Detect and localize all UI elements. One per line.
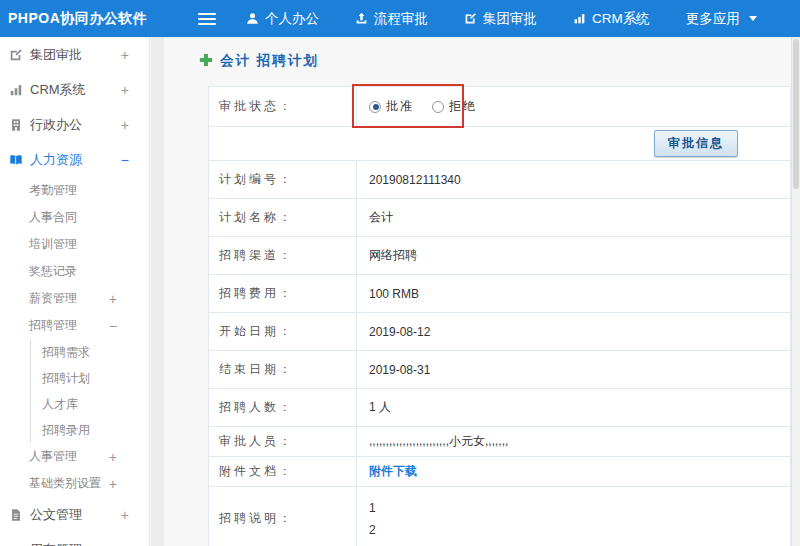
row-approval-status: 审批状态： 批准 拒绝	[209, 87, 790, 127]
sidebar-item-crm[interactable]: CRM系统 +	[0, 72, 149, 107]
sidebar-item-training[interactable]: 培训管理	[0, 231, 149, 258]
sidebar-item-vehicle[interactable]: 用车管理 +	[0, 532, 149, 546]
topbar: PHPOA协同办公软件 个人办公 流程审批 集团审批 CRM系统 更多应用	[0, 0, 800, 37]
topbar-nav: 个人办公 流程审批 集团审批 CRM系统 更多应用	[246, 10, 757, 28]
radio-checked-icon[interactable]	[369, 101, 381, 113]
field-label: 审批人员：	[209, 427, 356, 456]
bar-chart-icon	[9, 82, 24, 97]
scrollbar-thumb[interactable]	[793, 39, 799, 189]
sidebar-item-base-category[interactable]: 基础类别设置 +	[0, 470, 149, 497]
expand-icon[interactable]: +	[109, 477, 117, 491]
field-value: 2019-08-12	[356, 313, 790, 350]
row-plan-number: 计划编号： 20190812111340	[209, 161, 790, 199]
radio-approve[interactable]: 批准	[369, 98, 414, 115]
field-label: 计划编号：	[209, 161, 356, 198]
field-label: 附件文档：	[209, 457, 356, 486]
field-value: 会计	[356, 199, 790, 236]
content-gutter	[151, 37, 164, 546]
nav-more-apps[interactable]: 更多应用	[686, 10, 757, 28]
clipboard-edit-icon	[9, 47, 24, 62]
row-approvers: 审批人员： ,,,,,,,,,,,,,,,,,,,,,,,,小元女,,,,,,,	[209, 427, 790, 457]
sidebar-item-hr-contract[interactable]: 人事合同	[0, 204, 149, 231]
field-value: 2019-08-31	[356, 351, 790, 388]
sidebar: 集团审批 + CRM系统 + 行政办公 + 人力资源 − 考勤管理 人事合同 培…	[0, 37, 150, 546]
field-value: 附件下载	[356, 457, 790, 486]
expand-icon[interactable]: +	[121, 543, 129, 546]
sidebar-item-recruit-plan[interactable]: 招聘计划	[30, 365, 149, 391]
field-label: 招聘渠道：	[209, 237, 356, 274]
sidebar-item-recruit-mgmt[interactable]: 招聘管理 −	[0, 312, 149, 339]
field-value: 1 2	[356, 487, 790, 546]
sidebar-item-salary[interactable]: 薪资管理 +	[0, 285, 149, 312]
approval-info-button[interactable]: 审批信息	[654, 130, 738, 157]
add-icon[interactable]	[199, 53, 213, 70]
sidebar-item-admin-office[interactable]: 行政办公 +	[0, 107, 149, 142]
collapse-icon[interactable]: −	[109, 319, 117, 333]
row-recruit-channel: 招聘渠道： 网络招聘	[209, 237, 790, 275]
row-attachment: 附件文档： 附件下载	[209, 457, 790, 487]
field-value: 100 RMB	[356, 275, 790, 312]
sidebar-item-recruit-demand[interactable]: 招聘需求	[30, 339, 149, 365]
bar-chart-icon	[573, 12, 586, 25]
nav-personal-office[interactable]: 个人办公	[246, 10, 319, 28]
radio-unchecked-icon[interactable]	[432, 101, 444, 113]
field-label: 招聘人数：	[209, 389, 356, 426]
row-description: 招聘说明： 1 2	[209, 487, 790, 546]
caret-down-icon	[749, 16, 757, 21]
sidebar-item-talent-pool[interactable]: 人才库	[30, 391, 149, 417]
row-plan-name: 计划名称： 会计	[209, 199, 790, 237]
row-headcount: 招聘人数： 1 人	[209, 389, 790, 427]
field-label: 招聘费用：	[209, 275, 356, 312]
nav-crm-system[interactable]: CRM系统	[573, 10, 650, 28]
row-recruit-cost: 招聘费用： 100 RMB	[209, 275, 790, 313]
recruit-plan-detail-table: 审批状态： 批准 拒绝 审批信息 计划编号： 20190812111340 计划…	[208, 86, 791, 546]
book-icon	[9, 152, 24, 167]
sidebar-item-attendance[interactable]: 考勤管理	[0, 177, 149, 204]
app-logo: PHPOA协同办公软件	[0, 10, 150, 28]
status-options: 批准 拒绝	[356, 87, 790, 126]
collapse-icon[interactable]: −	[121, 153, 129, 167]
scrollbar[interactable]	[791, 37, 800, 546]
field-label: 审批状态：	[209, 87, 356, 126]
page-header: 会计 招聘计划	[199, 52, 319, 70]
expand-icon[interactable]: +	[121, 118, 129, 132]
expand-icon[interactable]: +	[109, 292, 117, 306]
building-icon	[9, 117, 24, 132]
field-label: 计划名称：	[209, 199, 356, 236]
expand-icon[interactable]: +	[121, 83, 129, 97]
row-start-date: 开始日期： 2019-08-12	[209, 313, 790, 351]
sidebar-item-documents[interactable]: 公文管理 +	[0, 497, 149, 532]
expand-icon[interactable]: +	[109, 450, 117, 464]
row-end-date: 结束日期： 2019-08-31	[209, 351, 790, 389]
sidebar-item-rewards[interactable]: 奖惩记录	[0, 258, 149, 285]
row-approval-button: 审批信息	[209, 127, 790, 161]
expand-icon[interactable]: +	[121, 48, 129, 62]
nav-group-approval[interactable]: 集团审批	[464, 10, 537, 28]
field-label: 招聘说明：	[209, 487, 356, 546]
field-value: ,,,,,,,,,,,,,,,,,,,,,,,,小元女,,,,,,,	[356, 427, 790, 456]
field-label: 开始日期：	[209, 313, 356, 350]
hamburger-menu-icon[interactable]	[198, 10, 216, 28]
document-icon	[9, 507, 24, 522]
expand-icon[interactable]: +	[121, 508, 129, 522]
car-icon	[9, 542, 24, 546]
person-icon	[246, 12, 259, 25]
field-value: 网络招聘	[356, 237, 790, 274]
field-value: 20190812111340	[356, 161, 790, 198]
nav-process-approval[interactable]: 流程审批	[355, 10, 428, 28]
sidebar-item-personnel-mgmt[interactable]: 人事管理 +	[0, 443, 149, 470]
field-value: 1 人	[356, 389, 790, 426]
edit-icon	[464, 12, 477, 25]
sidebar-item-recruit-hire[interactable]: 招聘录用	[30, 417, 149, 443]
attachment-download-link[interactable]: 附件下载	[369, 463, 417, 480]
sidebar-item-hr[interactable]: 人力资源 −	[0, 142, 149, 177]
radio-reject[interactable]: 拒绝	[432, 98, 477, 115]
page-title: 会计 招聘计划	[220, 52, 319, 70]
sidebar-item-group-approval[interactable]: 集团审批 +	[0, 37, 149, 72]
process-icon	[355, 12, 368, 25]
field-label: 结束日期：	[209, 351, 356, 388]
